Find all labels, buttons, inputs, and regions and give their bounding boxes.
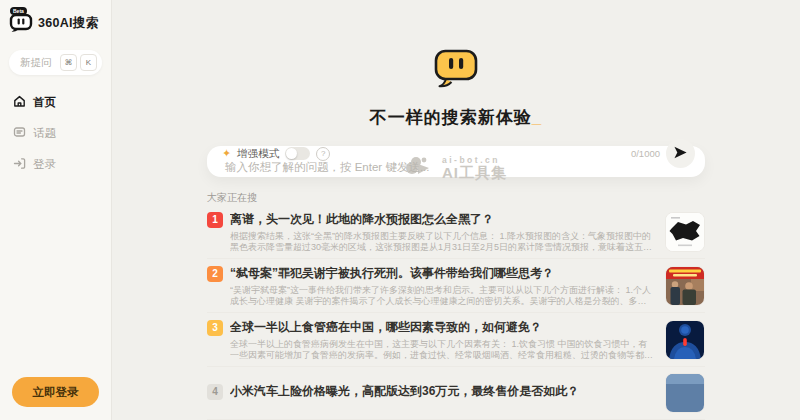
court-news-photo [666, 267, 704, 305]
car-news-image [666, 374, 704, 412]
page-title-text: 不一样的搜索新体验 [370, 108, 532, 127]
trending-item[interactable]: 1 离谱，头一次见！此地的降水预报图怎么全黑了？ 根据搜索结果，这张“全黑”的降… [207, 205, 705, 259]
sidebar-item-label: 首页 [33, 95, 56, 110]
sidebar-item-login[interactable]: 登录 [9, 153, 102, 175]
title-cursor: _ [532, 108, 542, 127]
enhanced-mode-label: 增强模式 [237, 147, 279, 161]
rank-badge: 2 [207, 266, 223, 282]
sidebar-item-label: 话题 [33, 126, 56, 141]
rank-badge: 1 [207, 212, 223, 228]
sidebar-item-home[interactable]: 首页 [9, 91, 102, 113]
trending-item-title: “弑母案”罪犯吴谢宇被执行死刑。该事件带给我们哪些思考？ [230, 265, 554, 282]
trending-thumbnail [665, 320, 705, 360]
sidebar-item-topics[interactable]: 话题 [9, 122, 102, 144]
page-title: 不一样的搜索新体验_ [370, 106, 542, 129]
sidebar-item-label: 登录 [33, 157, 56, 172]
trending-section: 大家正在搜 1 离谱，头一次见！此地的降水预报图怎么全黑了？ 根据搜索结果，这张… [207, 191, 705, 420]
esophagus-medical-illustration [666, 321, 704, 359]
enhanced-mode-toggle[interactable] [285, 147, 310, 160]
rank-badge: 4 [207, 384, 223, 400]
rank-badge: 3 [207, 320, 223, 336]
trending-item[interactable]: 3 全球一半以上食管癌在中国，哪些因素导致的，如何避免？ 全球一半以上的食管癌病… [207, 313, 705, 367]
beta-badge: Beta [10, 7, 27, 15]
cmd-key: ⌘ [60, 54, 77, 71]
black-precipitation-map-image [666, 213, 704, 251]
trending-item-summary: 根据搜索结果，这张“全黑”的降水预报图主要反映了以下几个信息： 1.降水预报图的… [230, 231, 655, 252]
trending-item-title: 离谱，头一次见！此地的降水预报图怎么全黑了？ [230, 211, 494, 228]
trending-thumbnail [665, 266, 705, 306]
yellow-chat-bubble-mascot [432, 48, 480, 92]
topics-icon [13, 126, 26, 141]
login-icon [13, 157, 26, 172]
logo-text: 360AI搜索 [38, 15, 98, 32]
trending-item[interactable]: 4 小米汽车上险价格曝光，高配版达到36万元，最终售价是否如此？ [207, 367, 705, 420]
app-logo: Beta 360AI搜索 [9, 12, 102, 34]
trending-item-summary: “吴谢宇弑母案”这一事件给我们带来了许多深刻的思考和启示。主要可以从以下几个方面… [230, 285, 655, 306]
sidebar: Beta 360AI搜索 新提问 ⌘ K [0, 0, 112, 420]
main-area: 不一样的搜索新体验_ ai-bot.cn AI工具集 ✦ [112, 0, 800, 420]
sidebar-nav: 首页 话题 登录 [9, 91, 102, 175]
login-now-button[interactable]: 立即登录 [12, 377, 99, 407]
search-card: ai-bot.cn AI工具集 ✦ 增强模式 ? 0/1000 [207, 146, 705, 177]
app-root: Beta 360AI搜索 新提问 ⌘ K [0, 0, 800, 420]
k-key: K [80, 54, 97, 71]
trending-item-title: 小米汽车上险价格曝光，高配版达到36万元，最终售价是否如此？ [230, 383, 579, 400]
trending-item[interactable]: 2 “弑母案”罪犯吴谢宇被执行死刑。该事件带给我们哪些思考？ “吴谢宇弑母案”这… [207, 259, 705, 313]
trending-thumbnail [665, 373, 705, 413]
new-question-label: 新提问 [20, 56, 52, 70]
char-counter: 0/1000 [631, 148, 660, 159]
home-icon [13, 95, 26, 110]
paper-plane-icon [673, 145, 688, 163]
help-icon[interactable]: ? [316, 147, 330, 161]
toggle-knob [286, 148, 297, 159]
chat-bubble-logo-icon [9, 20, 33, 37]
trending-item-summary: 全球一半以上的食管癌病例发生在中国，这主要与以下几个因素有关： 1.饮食习惯 中… [230, 339, 655, 360]
trending-thumbnail [665, 212, 705, 252]
search-card-footer: ✦ 增强模式 ? 0/1000 [222, 139, 695, 168]
trending-item-title: 全球一半以上食管癌在中国，哪些因素导致的，如何避免？ [230, 319, 542, 336]
new-question-button[interactable]: 新提问 ⌘ K [9, 50, 102, 75]
send-button[interactable] [666, 139, 695, 168]
sparkle-icon: ✦ [222, 148, 231, 159]
